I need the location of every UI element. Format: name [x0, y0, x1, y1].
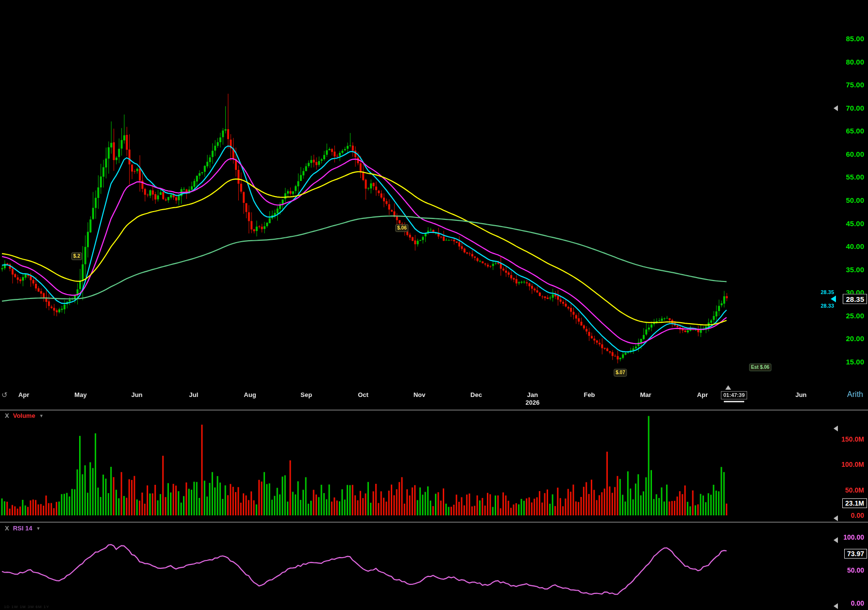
month-axis-label: Jun — [795, 391, 806, 398]
price-axis-label: 80.00 — [846, 57, 864, 66]
volume-dropdown-caret[interactable]: ▼ — [39, 413, 44, 418]
current-bar-marker-icon — [725, 385, 731, 390]
month-axis-label: Oct — [358, 391, 368, 398]
price-axis-label: 20.00 — [846, 334, 864, 343]
volume-axis-label: 0.00 — [851, 511, 864, 519]
rsi-axis-label: 0.00 — [851, 599, 864, 607]
month-axis-label: Jul — [189, 391, 199, 398]
price-axis-label: 85.00 — [846, 34, 864, 43]
volume-axis-label: 150.0M — [841, 435, 864, 443]
volume-zero-marker-icon — [834, 515, 838, 521]
pane-divider-rsi[interactable] — [0, 522, 868, 523]
month-axis-label: Mar — [640, 391, 651, 398]
time-scrollbar-thumb[interactable] — [724, 401, 744, 402]
volume-axis-label: 50.0M — [845, 486, 864, 494]
earnings-marker-07: $.07 — [614, 369, 627, 377]
pan-history-icon[interactable]: ↺ — [1, 391, 8, 398]
month-axis-label: Aug — [244, 391, 256, 398]
price-axis-label: 70.00 — [846, 103, 864, 112]
rsi-axis-label: 50.00 — [847, 566, 864, 574]
chart-high-marker-icon — [834, 105, 838, 111]
month-axis-label: Nov — [414, 391, 426, 398]
price-axis-label: 55.00 — [846, 173, 864, 181]
month-axis-label: Apr — [697, 391, 708, 398]
price-axis-label: 40.00 — [846, 242, 864, 250]
month-axis-label: May — [74, 391, 86, 398]
price-axis-label: 60.00 — [846, 149, 864, 158]
volume-high-marker-icon — [834, 426, 838, 431]
year-axis-label: 2026 — [526, 399, 540, 406]
rsi-high-marker-icon — [834, 537, 838, 543]
price-axis-label: 35.00 — [846, 265, 864, 273]
pane-divider-volume[interactable] — [0, 410, 868, 411]
earnings-marker-06: $.06 — [395, 224, 408, 232]
rsi-dropdown-caret[interactable]: ▼ — [36, 526, 40, 531]
month-axis-label: Sep — [300, 391, 312, 398]
volume-axis-label: 100.0M — [841, 461, 864, 468]
rsi-axis-label: 100.00 — [843, 533, 864, 541]
session-countdown-timer: 01:47:39 — [721, 391, 747, 399]
price-axis-label: 15.00 — [846, 357, 864, 365]
price-axis-label: 45.00 — [846, 219, 864, 227]
price-axis-label: 65.00 — [846, 127, 864, 135]
rsi-current-tag: 73.97 — [844, 549, 867, 559]
month-axis-label: Apr — [18, 391, 29, 398]
price-axis-label: 75.00 — [846, 81, 864, 89]
price-axis-label: 50.00 — [846, 196, 864, 204]
rsi-close-button[interactable]: X — [5, 525, 9, 532]
price-chart-canvas[interactable] — [0, 0, 868, 610]
earnings-marker-Est06: Est $.06 — [749, 363, 771, 371]
bid-price-label: 28.33 — [820, 303, 834, 309]
rsi-pane-title[interactable]: RSI 14 — [13, 525, 33, 532]
range-presets[interactable]: 1D 1W 1M 3M 6M 1Y — [4, 605, 49, 609]
last-price-tag: 28.35 — [843, 294, 867, 304]
volume-pane-header: X Volume ▼ — [5, 412, 44, 419]
scale-mode-label[interactable]: Arith — [847, 390, 863, 399]
chart-area: 85.0080.0075.0070.0065.0060.0055.0050.00… — [0, 0, 868, 610]
month-axis-label: Jan — [527, 391, 538, 398]
month-axis-label: Feb — [584, 391, 595, 398]
month-axis-label: Jun — [131, 391, 142, 398]
earnings-marker-2: $.2 — [71, 252, 82, 260]
volume-close-button[interactable]: X — [5, 412, 9, 419]
volume-current-tag: 23.1M — [842, 498, 867, 508]
price-axis-label: 25.00 — [846, 311, 864, 319]
ask-price-label: 28.35 — [820, 289, 834, 295]
rsi-pane-header: X RSI 14 ▼ — [5, 525, 40, 532]
last-price-arrow-icon — [831, 296, 836, 302]
volume-pane-title[interactable]: Volume — [13, 412, 35, 419]
rsi-zero-marker-icon — [834, 603, 838, 609]
trading-app-window: + HIMS 5m15m1h4hDWMQY ▾ Tv ☆ ⚐ RT S▼ — [0, 0, 868, 610]
month-axis-label: Dec — [470, 391, 482, 398]
